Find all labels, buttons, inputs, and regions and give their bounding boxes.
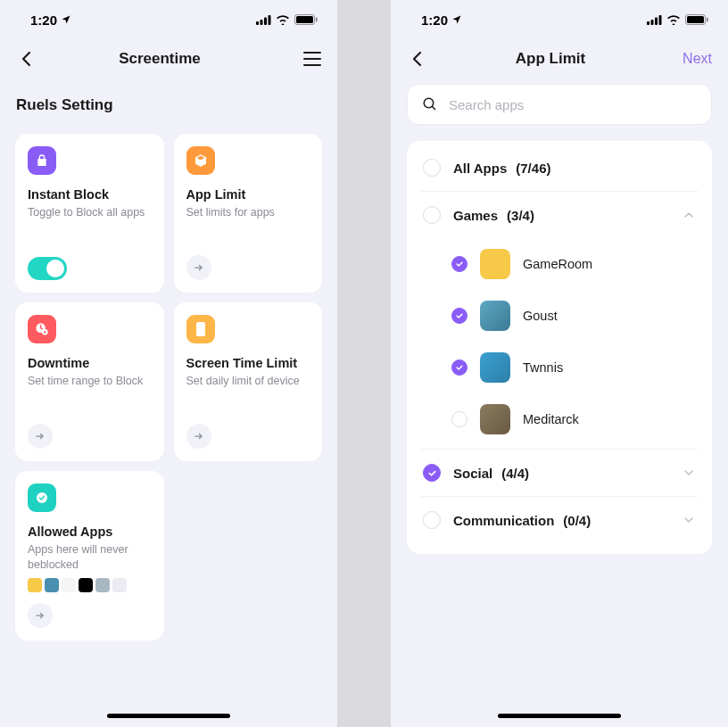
card-instant-block[interactable]: Instant Block Toggle to Block all apps: [15, 134, 164, 293]
svg-rect-0: [256, 21, 259, 25]
radio-app[interactable]: [451, 256, 467, 272]
battery-icon: [685, 14, 708, 25]
arrow-button[interactable]: [28, 424, 53, 449]
radio-all-apps[interactable]: [423, 159, 441, 177]
card-title: Instant Block: [28, 187, 152, 202]
card-downtime[interactable]: Downtime Set time range to Block: [15, 302, 164, 461]
status-time: 1:20: [421, 12, 448, 28]
arrow-right-icon: [35, 610, 46, 621]
svg-rect-5: [296, 16, 313, 23]
clock-icon: [28, 315, 56, 343]
app-icon: [79, 578, 93, 592]
search-input[interactable]: [449, 97, 697, 112]
apps-list: All Apps (7/46) Games (3/4) GameRoom: [407, 141, 712, 554]
row-count: (0/4): [563, 513, 591, 528]
row-category-games[interactable]: Games (3/4): [421, 192, 698, 238]
back-button[interactable]: [16, 48, 37, 70]
app-icon: [480, 404, 510, 434]
arrow-right-icon: [194, 262, 204, 273]
nav-bar: App Limit Next: [391, 39, 728, 84]
row-category-social[interactable]: Social (4/4): [421, 450, 698, 497]
app-icon: [28, 578, 42, 592]
radio-games[interactable]: [423, 206, 441, 224]
svg-rect-18: [659, 15, 662, 25]
chevron-down-icon[interactable]: [682, 466, 696, 480]
app-row-gameroom[interactable]: GameRoom: [421, 238, 698, 290]
more-icon: [112, 578, 127, 592]
battery-icon: [294, 14, 318, 25]
chevron-left-icon: [412, 51, 423, 67]
app-icon: [62, 578, 76, 592]
screen-title: App Limit: [428, 50, 673, 68]
search-box[interactable]: [407, 84, 712, 125]
chevron-down-icon[interactable]: [682, 513, 696, 527]
app-name: Goust: [523, 309, 558, 323]
menu-button[interactable]: [303, 52, 321, 66]
radio-app[interactable]: [451, 411, 467, 427]
status-indicators: [256, 14, 318, 25]
arrow-right-icon: [35, 431, 46, 442]
card-allowed-apps[interactable]: Allowed Apps Apps here will never bebloc…: [15, 471, 164, 640]
location-icon: [61, 14, 71, 25]
nav-bar: Screentime: [0, 39, 337, 84]
row-label-text: Social: [453, 466, 492, 481]
arrow-button[interactable]: [186, 255, 211, 280]
app-icon: [95, 578, 110, 592]
svg-rect-20: [687, 16, 704, 23]
location-icon: [451, 14, 462, 25]
check-shield-icon: [28, 483, 56, 512]
screen-app-limit: 1:20 App Limit Next All Apps (7/46): [391, 0, 728, 727]
home-indicator[interactable]: [107, 714, 230, 718]
svg-rect-1: [261, 20, 263, 25]
signal-icon: [256, 15, 271, 25]
row-label-text: All Apps: [453, 161, 507, 176]
next-button[interactable]: Next: [682, 51, 712, 67]
row-count: (4/4): [501, 466, 529, 481]
row-label-text: Games: [453, 208, 498, 223]
svg-rect-3: [269, 15, 271, 25]
card-screen-time-limit[interactable]: Screen Time Limit Set daily limit of dev…: [174, 302, 323, 461]
svg-rect-2: [264, 17, 267, 25]
card-title: Downtime: [28, 356, 152, 370]
app-row-meditarck[interactable]: Meditarck: [421, 393, 698, 450]
app-row-twnnis[interactable]: Twnnis: [421, 342, 698, 393]
row-count: (3/4): [507, 208, 534, 223]
arrow-button[interactable]: [186, 424, 211, 449]
wifi-icon: [666, 14, 681, 25]
radio-communication[interactable]: [423, 511, 441, 529]
card-title: Screen Time Limit: [186, 356, 310, 370]
status-bar: 1:20: [0, 0, 337, 39]
svg-rect-21: [707, 18, 708, 22]
radio-social[interactable]: [423, 464, 441, 482]
wifi-icon: [276, 14, 290, 25]
card-desc: Set limits for apps: [186, 205, 310, 220]
card-title: App Limit: [186, 187, 310, 202]
phone-icon: [186, 315, 215, 343]
app-icon: [45, 578, 59, 592]
back-button[interactable]: [407, 48, 428, 70]
row-all-apps[interactable]: All Apps (7/46): [421, 145, 698, 192]
home-indicator[interactable]: [498, 714, 621, 718]
app-row-goust[interactable]: Goust: [421, 290, 698, 342]
chevron-up-icon[interactable]: [682, 208, 696, 222]
svg-rect-6: [316, 18, 318, 22]
app-icon: [480, 301, 510, 331]
chevron-left-icon: [21, 51, 32, 67]
app-name: Meditarck: [523, 412, 579, 426]
section-heading: Ruels Setting: [0, 84, 337, 118]
app-name: GameRoom: [523, 257, 592, 271]
radio-app[interactable]: [451, 359, 467, 376]
status-indicators: [647, 14, 708, 25]
screen-title: Screentime: [37, 50, 282, 68]
app-icon: [480, 352, 510, 383]
svg-line-23: [432, 106, 435, 110]
card-desc: Set time range to Block: [28, 374, 152, 389]
status-bar: 1:20: [391, 0, 728, 39]
arrow-button[interactable]: [28, 603, 53, 628]
card-desc: Set daily limit of device: [186, 374, 310, 389]
radio-app[interactable]: [451, 308, 467, 324]
app-icon: [480, 249, 510, 279]
card-app-limit[interactable]: App Limit Set limits for apps: [174, 134, 323, 293]
instant-block-toggle[interactable]: [28, 257, 67, 280]
row-category-communication[interactable]: Communication (0/4): [421, 497, 698, 543]
